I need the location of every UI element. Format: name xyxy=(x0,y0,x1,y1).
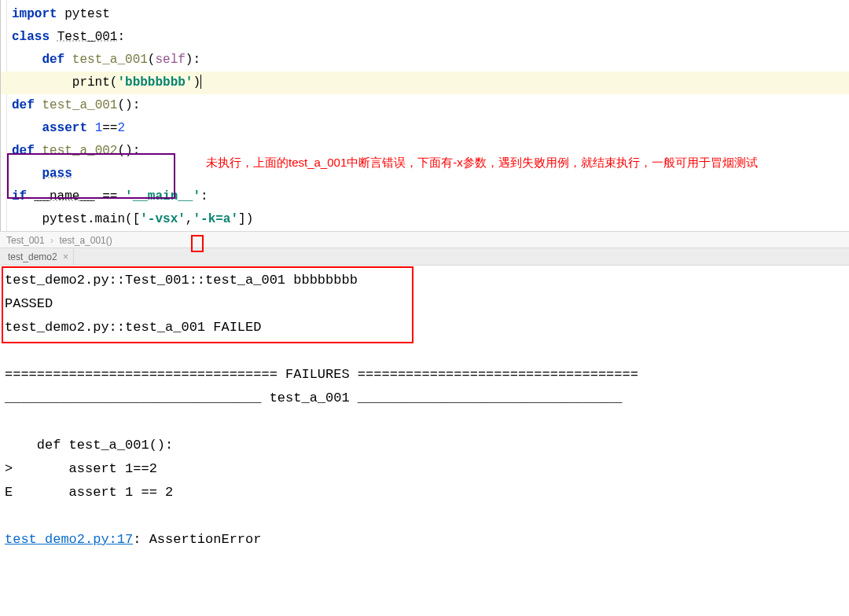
console-failures-header: ================================== FAILU… xyxy=(5,363,844,387)
class-name: Test_001 xyxy=(57,30,118,44)
number: 2 xyxy=(117,121,125,135)
code-line[interactable]: def test_a_001(): xyxy=(1,94,849,117)
code-line-current[interactable]: print('bbbbbbbb') xyxy=(1,72,849,94)
code-line[interactable]: def test_a_001(self): xyxy=(1,49,849,72)
string-literal: '-vsx' xyxy=(140,212,186,226)
console-blank xyxy=(5,339,844,363)
code-line[interactable]: class Test_001: xyxy=(1,26,849,49)
annotation-text: 未执行，上面的test_a_001中断言错误，下面有-x参数，遇到失败用例，就结… xyxy=(206,154,841,171)
breadcrumb-item[interactable]: Test_001 xyxy=(6,235,45,246)
operator-eq: == xyxy=(102,189,117,204)
tab-label: test_demo2 xyxy=(8,251,57,262)
keyword-def: def xyxy=(42,53,64,67)
code-line[interactable]: import pytest xyxy=(1,3,849,26)
module-name: pytest xyxy=(64,7,110,21)
text-cursor xyxy=(200,75,201,89)
number: 1 xyxy=(95,121,103,135)
keyword-assert: assert xyxy=(42,121,87,135)
chevron-right-icon: › xyxy=(50,235,53,246)
console-blank xyxy=(5,410,844,434)
code-line[interactable]: pytest.main(['-vsx','-k=a']) xyxy=(1,208,849,231)
string-literal: '-k=a' xyxy=(193,212,238,226)
console-line: test_demo2.py::test_a_001 FAILED xyxy=(5,316,844,339)
operator: == xyxy=(102,121,117,135)
console-output-pane[interactable]: test_demo2.py::Test_001::test_a_001 bbbb… xyxy=(0,266,849,552)
param-self: self xyxy=(155,53,185,67)
console-line: PASSED xyxy=(5,292,844,316)
console-tab-bar[interactable]: test_demo2 × xyxy=(0,248,849,266)
close-bracket: ]) xyxy=(238,212,253,226)
comma: , xyxy=(186,212,193,226)
console-blank xyxy=(5,504,844,528)
dunder-name: __name__ xyxy=(35,189,95,204)
code-editor-pane[interactable]: import pytest class Test_001: def test_a… xyxy=(0,0,849,231)
traceback-file-link[interactable]: test_demo2.py:17 xyxy=(5,532,133,547)
string-literal: '__main__' xyxy=(125,189,200,204)
keyword-import: import xyxy=(12,7,57,21)
call-print: print xyxy=(72,75,110,90)
keyword-def: def xyxy=(12,144,35,158)
console-line: E assert 1 == 2 xyxy=(5,481,844,504)
keyword-def: def xyxy=(12,98,35,112)
console-failures-name: ________________________________ test_a_… xyxy=(5,387,844,410)
close-icon[interactable]: × xyxy=(63,251,68,262)
code-line[interactable]: assert 1==2 xyxy=(1,117,849,140)
call-main: .main([ xyxy=(87,212,140,226)
function-name: test_a_001 xyxy=(72,53,148,67)
traceback-error: : AssertionError xyxy=(133,532,261,547)
function-name: test_a_001 xyxy=(42,98,117,112)
console-line: def test_a_001(): xyxy=(5,434,844,457)
console-line: > assert 1==2 xyxy=(5,457,844,481)
console-tab[interactable]: test_demo2 × xyxy=(3,248,74,266)
string-literal: 'bbbbbbbb' xyxy=(117,75,193,90)
call-pytest: pytest xyxy=(42,212,87,226)
keyword-class: class xyxy=(12,30,50,44)
console-line: test_demo2.py::Test_001::test_a_001 bbbb… xyxy=(5,269,844,292)
console-traceback: test_demo2.py:17: AssertionError xyxy=(5,528,844,552)
code-line[interactable]: if __name__ == '__main__': xyxy=(1,185,849,208)
breadcrumb[interactable]: Test_001 › test_a_001() xyxy=(0,231,849,248)
keyword-pass: pass xyxy=(42,167,72,181)
function-name: test_a_002 xyxy=(42,144,117,158)
breadcrumb-item[interactable]: test_a_001() xyxy=(59,235,112,246)
keyword-if: if xyxy=(12,189,27,204)
